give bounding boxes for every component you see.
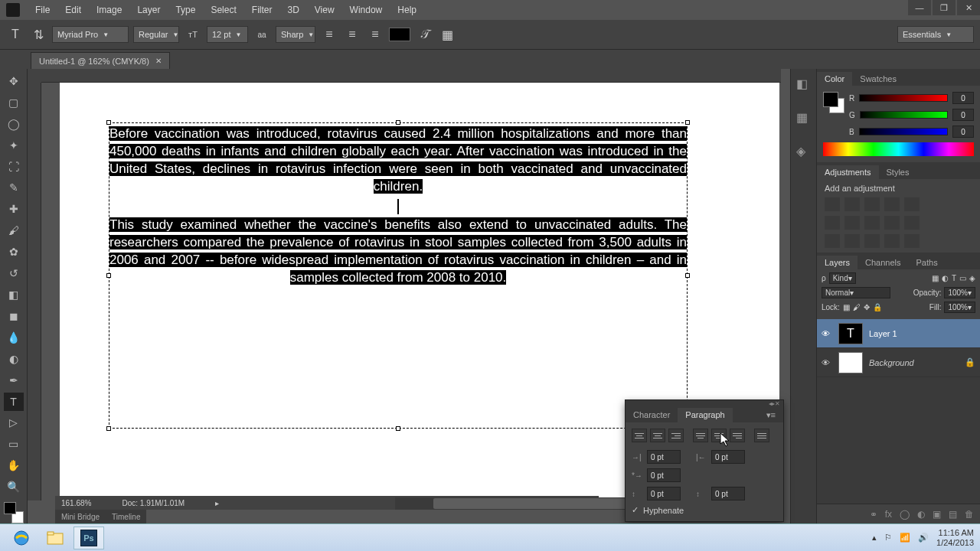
mask-icon[interactable]: ◯ [900, 509, 910, 520]
close-button[interactable]: ✕ [957, 0, 980, 15]
space-before-input[interactable] [647, 487, 681, 500]
gradient-tool[interactable]: ◼ [4, 307, 24, 325]
tab-layers[interactable]: Layers [817, 256, 858, 269]
space-after-input[interactable] [711, 487, 745, 500]
trash-icon[interactable]: 🗑 [965, 509, 974, 520]
filter-smart-icon[interactable]: ◈ [969, 274, 975, 282]
lock-paint-icon[interactable]: 🖌 [853, 303, 861, 311]
handle-tl[interactable] [106, 120, 111, 125]
hyphenate-checkbox[interactable]: ✓ [632, 505, 639, 515]
3d-icon[interactable]: ◈ [796, 144, 812, 159]
properties-icon[interactable]: ▦ [796, 110, 812, 126]
maximize-button[interactable]: ❐ [933, 0, 956, 15]
history-brush-tool[interactable]: ↺ [4, 264, 24, 282]
filter-shape-icon[interactable]: ▭ [959, 274, 966, 282]
menu-filter[interactable]: Filter [244, 5, 280, 15]
menu-select[interactable]: Select [203, 5, 243, 15]
adj-curves-icon[interactable] [864, 197, 880, 211]
panel-collapse-icon[interactable]: ◂▸ [769, 400, 775, 408]
zoom-level[interactable]: 161.68% [61, 499, 91, 507]
b-value[interactable] [952, 126, 974, 138]
ie-icon[interactable] [6, 527, 37, 549]
tab-styles[interactable]: Styles [879, 165, 917, 179]
align-right-button[interactable] [668, 429, 684, 442]
menu-help[interactable]: Help [390, 5, 424, 15]
tab-swatches[interactable]: Swatches [852, 72, 904, 86]
panel-close-icon[interactable]: ✕ [775, 400, 780, 408]
lock-trans-icon[interactable]: ▦ [843, 303, 850, 311]
stamp-tool[interactable]: ✿ [4, 243, 24, 261]
g-slider[interactable] [860, 111, 948, 119]
warp-text-icon[interactable]: 𝒯 [415, 25, 433, 44]
adj-levels-icon[interactable] [844, 197, 860, 211]
tab-mini-bridge[interactable]: Mini Bridge [55, 513, 106, 521]
blend-mode-dropdown[interactable]: Normal ▾ [822, 287, 890, 298]
justify-last-right-button[interactable] [730, 429, 745, 442]
adj-layer-icon[interactable]: ◐ [917, 509, 925, 520]
fill-input[interactable]: 100% ▾ [944, 302, 975, 313]
group-icon[interactable]: ▣ [933, 509, 941, 520]
visibility-icon[interactable]: 👁 [822, 358, 832, 367]
lasso-tool[interactable]: ◯ [4, 115, 24, 133]
indent-left-input[interactable] [647, 450, 681, 464]
adj-invert-icon[interactable] [825, 234, 840, 248]
fx-icon[interactable]: fx [885, 509, 892, 520]
adj-hue-icon[interactable] [825, 216, 840, 230]
indent-first-input[interactable] [647, 468, 681, 482]
blur-tool[interactable]: 💧 [4, 328, 24, 347]
lock-all-icon[interactable]: 🔒 [873, 303, 882, 311]
text-content[interactable]: Before vaccination was introduced, rotav… [109, 123, 687, 288]
history-icon[interactable]: ◧ [796, 77, 812, 92]
adj-selective-color-icon[interactable] [904, 234, 920, 248]
layer-thumb-icon[interactable]: T [838, 323, 863, 344]
justify-all-button[interactable] [754, 429, 769, 442]
tray-flag-icon[interactable]: ⚐ [884, 533, 892, 543]
layer-name[interactable]: Background [869, 358, 914, 367]
tab-character[interactable]: Character [626, 408, 678, 422]
align-center-icon[interactable]: ≡ [343, 25, 361, 44]
adj-bw-icon[interactable] [844, 216, 860, 230]
r-slider[interactable] [859, 94, 948, 102]
filter-kind-dropdown[interactable]: Kind ▾ [829, 272, 856, 284]
eyedropper-tool[interactable]: ✎ [4, 179, 24, 197]
indent-right-input[interactable] [711, 450, 745, 464]
play-icon[interactable]: ▸ [215, 499, 219, 507]
filter-type-icon[interactable]: T [952, 274, 956, 282]
justify-last-center-button[interactable] [711, 429, 727, 442]
font-weight-dropdown[interactable]: Regular▼ [133, 26, 179, 43]
horizontal-ruler[interactable] [41, 69, 781, 83]
antialias-dropdown[interactable]: Sharp▼ [276, 26, 315, 43]
menu-view[interactable]: View [307, 5, 342, 15]
tab-adjustments[interactable]: Adjustments [817, 165, 879, 179]
opacity-input[interactable]: 100% ▾ [944, 287, 975, 298]
brush-tool[interactable]: 🖌 [4, 221, 24, 240]
text-bounding-box[interactable]: Before vaccination was introduced, rotav… [109, 122, 688, 429]
heal-tool[interactable]: ✚ [4, 200, 24, 218]
tray-network-icon[interactable]: 📶 [900, 533, 910, 543]
character-panel-icon[interactable]: ▦ [438, 25, 456, 44]
menu-image[interactable]: Image [89, 5, 129, 15]
orientation-icon[interactable]: ⇅ [29, 25, 47, 44]
layer-row[interactable]: 👁 T Layer 1 [817, 319, 980, 348]
handle-bl[interactable] [106, 426, 111, 431]
pen-tool[interactable]: ✒ [4, 371, 24, 390]
vertical-ruler[interactable] [28, 83, 41, 500]
adj-threshold-icon[interactable] [864, 234, 880, 248]
menu-edit[interactable]: Edit [57, 5, 89, 15]
adj-photo-filter-icon[interactable] [864, 216, 880, 230]
minimize-button[interactable]: — [908, 0, 931, 15]
filter-pixel-icon[interactable]: ▦ [932, 274, 939, 282]
handle-mb[interactable] [396, 426, 400, 431]
lock-pos-icon[interactable]: ✥ [864, 303, 870, 311]
filter-adj-icon[interactable]: ◐ [942, 274, 949, 282]
dodge-tool[interactable]: ◐ [4, 350, 24, 368]
type-tool[interactable]: T [4, 393, 24, 411]
clock[interactable]: 11:16 AM 1/24/2013 [936, 528, 974, 548]
scrollbar-thumb[interactable] [433, 498, 632, 509]
text-color-swatch[interactable] [389, 28, 410, 41]
adj-posterize-icon[interactable] [844, 234, 860, 248]
font-family-dropdown[interactable]: Myriad Pro▼ [52, 26, 129, 43]
menu-file[interactable]: File [28, 5, 57, 15]
adj-brightness-icon[interactable] [825, 197, 840, 211]
handle-ml[interactable] [106, 273, 111, 278]
